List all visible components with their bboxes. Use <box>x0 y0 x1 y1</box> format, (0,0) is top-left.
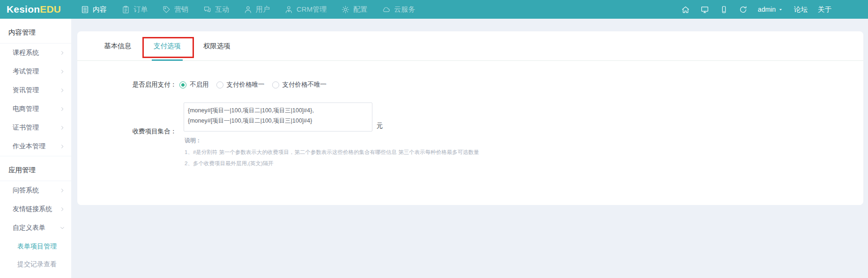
fee-items-input[interactable]: {money#[项目一|100,项目二|100,项目三|100]#4}, {mo… <box>184 102 372 132</box>
admin-dropdown[interactable]: admin <box>758 6 784 13</box>
nav-item-label: 用户 <box>256 5 270 14</box>
help-lines: 1、#是分割符 第一个参数表示大的收费项目，第二个参数表示这些价格的集合有哪些信… <box>185 149 479 167</box>
nav-item-label: CRM管理 <box>297 5 326 14</box>
nav-item[interactable]: CRM管理 <box>284 5 326 14</box>
radio-option-label: 不启用 <box>190 80 209 89</box>
sidebar-item-label: 电商管理 <box>13 105 59 113</box>
radio-circle-icon <box>216 81 223 88</box>
sidebar: 内容管理课程系统考试管理资讯管理电商管理证书管理作业本管理应用管理问答系统友情链… <box>0 19 71 278</box>
crm-user-icon <box>284 5 293 14</box>
radio-circle-icon <box>179 81 186 88</box>
nav-item[interactable]: 互动 <box>203 5 229 14</box>
caret-down-icon <box>778 7 784 13</box>
radio-option-label: 支付价格不唯一 <box>282 80 327 89</box>
sidebar-item[interactable]: 友情链接系统 <box>0 200 71 219</box>
sidebar-item[interactable]: 证书管理 <box>0 118 71 137</box>
nav-item[interactable]: 用户 <box>244 5 270 14</box>
sidebar-item-label: 问答系统 <box>13 186 59 195</box>
radio-option[interactable]: 不启用 <box>179 80 209 89</box>
user-icon <box>244 5 252 14</box>
radio-option-label: 支付价格唯一 <box>227 80 265 89</box>
nav-item[interactable]: 云服务 <box>382 5 415 14</box>
chevron-right-icon <box>59 50 65 56</box>
mobile-icon <box>720 5 728 14</box>
nav-item-label: 配置 <box>353 5 367 14</box>
refresh-button[interactable] <box>739 5 748 14</box>
nav-item[interactable]: 营销 <box>162 5 188 14</box>
sidebar-item-label: 友情链接系统 <box>13 205 59 213</box>
chevron-right-icon <box>59 106 65 112</box>
sidebar-item[interactable]: 电商管理 <box>0 100 71 118</box>
nav-link[interactable]: 关于 <box>818 5 831 14</box>
fee-items-label: 收费项目集合： <box>77 102 177 167</box>
brand-logo[interactable]: KesionEDU <box>7 4 81 15</box>
content-panel: 基本信息支付选项权限选项 是否启用支付： 不启用支付价格唯一支付价格不唯一 收费… <box>77 31 863 205</box>
sidebar-item-label: 证书管理 <box>13 124 59 132</box>
fee-items-row: 收费项目集合： {money#[项目一|100,项目二|100,项目三|100]… <box>77 102 863 167</box>
clipboard-icon <box>121 5 130 14</box>
chevron-right-icon <box>59 125 65 131</box>
mobile-button[interactable] <box>720 5 728 14</box>
brand-name-accent: EDU <box>40 4 61 15</box>
monitor-icon <box>700 5 709 14</box>
sidebar-item[interactable]: 问答系统 <box>0 181 71 200</box>
sidebar-subitem[interactable]: 提交记录查看 <box>0 255 71 273</box>
radio-circle-icon <box>272 81 279 88</box>
sidebar-item-label: 课程系统 <box>13 49 59 57</box>
sidebar-item[interactable]: 作业本管理 <box>0 137 71 156</box>
tab[interactable]: 支付选项 <box>154 31 181 60</box>
nav-item[interactable]: 配置 <box>341 5 367 14</box>
sidebar-item[interactable]: 课程系统 <box>0 44 71 62</box>
admin-username: admin <box>758 6 776 13</box>
nav-item-label: 互动 <box>215 5 229 14</box>
sidebar-item-label: 考试管理 <box>13 67 59 76</box>
sidebar-item-label: 作业本管理 <box>13 142 59 151</box>
home-button[interactable] <box>681 5 690 14</box>
chevron-right-icon <box>59 69 65 74</box>
nav-menu: 内容订单营销互动用户CRM管理配置云服务 <box>81 5 415 14</box>
document-icon <box>81 5 89 14</box>
tab[interactable]: 权限选项 <box>203 31 230 60</box>
payment-form: 是否启用支付： 不启用支付价格唯一支付价格不唯一 收费项目集合： {money#… <box>77 61 863 167</box>
tab-label: 基本信息 <box>104 42 131 51</box>
chevron-right-icon <box>59 144 65 149</box>
home-icon <box>681 5 690 14</box>
gear-icon <box>341 5 350 14</box>
nav-right: admin 论坛关于 <box>681 5 868 14</box>
tab-label: 支付选项 <box>154 42 181 51</box>
chat-icon <box>203 5 212 14</box>
radio-option[interactable]: 支付价格唯一 <box>216 80 265 89</box>
nav-item-label: 订单 <box>134 5 148 14</box>
chevron-right-icon <box>59 88 65 93</box>
help-line: 2、多个收费项目最外层用,(英文)隔开 <box>185 160 479 167</box>
caret-slot <box>778 7 784 13</box>
nav-link[interactable]: 论坛 <box>794 5 808 14</box>
enable-payment-row: 是否启用支付： 不启用支付价格唯一支付价格不唯一 <box>77 80 863 89</box>
sidebar-section-items: 课程系统考试管理资讯管理电商管理证书管理作业本管理 <box>0 44 71 156</box>
fee-help-title: 说明： <box>185 137 479 145</box>
tab-label: 权限选项 <box>203 42 230 51</box>
cloud-icon <box>382 5 391 14</box>
page-body: 内容管理课程系统考试管理资讯管理电商管理证书管理作业本管理应用管理问答系统友情链… <box>0 19 868 278</box>
nav-item[interactable]: 订单 <box>121 5 148 14</box>
top-navbar: KesionEDU 内容订单营销互动用户CRM管理配置云服务 admin 论坛关… <box>0 0 868 19</box>
brand-name: Kesion <box>7 4 40 15</box>
radio-option[interactable]: 支付价格不唯一 <box>272 80 327 89</box>
sidebar-item[interactable]: 资讯管理 <box>0 81 71 100</box>
sidebar-item[interactable]: 自定义表单 <box>0 219 71 237</box>
nav-item[interactable]: 内容 <box>81 5 107 14</box>
sidebar-section-title: 内容管理 <box>0 19 71 44</box>
nav-right-icons <box>681 5 748 14</box>
tag-icon <box>162 5 171 14</box>
sidebar-item[interactable]: 考试管理 <box>0 62 71 81</box>
nav-links: 论坛关于 <box>794 5 831 14</box>
radio-group: 不启用支付价格唯一支付价格不唯一 <box>179 80 326 89</box>
nav-item-label: 营销 <box>174 5 188 14</box>
monitor-button[interactable] <box>700 5 709 14</box>
sidebar-item-label: 自定义表单 <box>13 224 59 232</box>
fee-items-field: {money#[项目一|100,项目二|100,项目三|100]#4}, {mo… <box>184 102 479 167</box>
nav-item-label: 云服务 <box>394 5 415 14</box>
sidebar-subitem[interactable]: 表单项目管理 <box>0 237 71 255</box>
help-line: 1、#是分割符 第一个参数表示大的收费项目，第二个参数表示这些价格的集合有哪些信… <box>185 149 479 156</box>
tab[interactable]: 基本信息 <box>104 31 131 60</box>
